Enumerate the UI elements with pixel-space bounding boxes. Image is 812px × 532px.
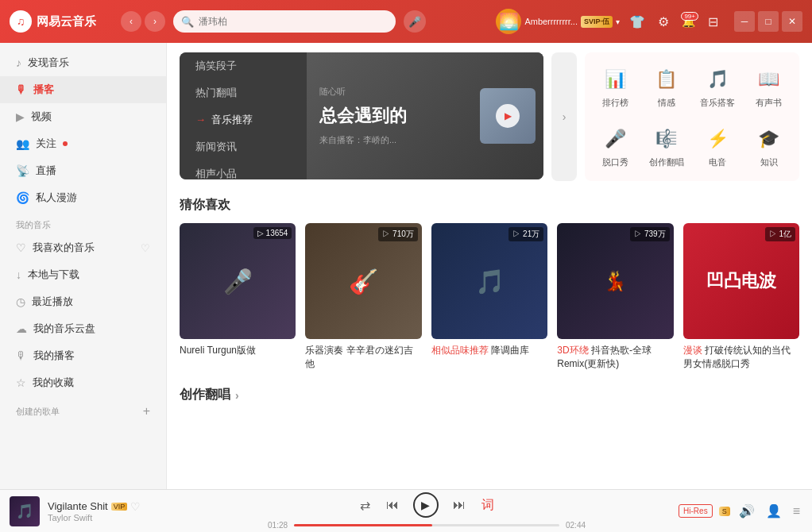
settings-icon[interactable]: ⚙ — [655, 11, 672, 33]
sidebar-item-mypodcasts[interactable]: 🎙 我的播客 — [0, 342, 166, 369]
sidebar-item-private[interactable]: 🌀 私人漫游 — [0, 184, 166, 211]
dropdown-item-jokes[interactable]: 搞笑段子 — [180, 52, 307, 79]
live-icon: 📡 — [16, 164, 29, 177]
progress-fill — [294, 524, 432, 526]
sidebar-item-follow[interactable]: 👥 关注 — [0, 130, 166, 157]
search-input[interactable] — [199, 16, 388, 27]
card-emoji-2: 🎸 — [349, 268, 378, 295]
notification-area[interactable]: 🔔 99+ — [679, 12, 698, 31]
dropdown-item-news[interactable]: 新闻资讯 — [180, 133, 307, 160]
progress-bar[interactable] — [294, 524, 559, 526]
electric-label: 电音 — [709, 156, 726, 168]
play-pause-button[interactable]: ▶ — [413, 492, 439, 518]
banner-next-button[interactable]: › — [551, 52, 577, 181]
avatar: 🌅 — [496, 9, 521, 34]
banner-play-button[interactable]: ▶ — [496, 104, 520, 128]
sidebar-item-live[interactable]: 📡 直播 — [0, 157, 166, 184]
cover-label: 创作翻唱 — [649, 156, 684, 168]
control-buttons: ⇄ ⏮ ▶ ⏭ 词 — [358, 492, 496, 518]
sidebar-label-live: 直播 — [36, 164, 56, 178]
sidebar-item-cloud[interactable]: ☁ 我的音乐云盘 — [0, 315, 166, 342]
created-playlist-area: 创建的歌单 + — [0, 396, 166, 422]
follow-dot — [63, 141, 68, 146]
sidebar-item-discover[interactable]: ♪ 发现音乐 — [0, 49, 166, 76]
knowledge-label: 知识 — [760, 156, 778, 168]
card-count-2: ▷ 710万 — [378, 227, 417, 241]
list-item[interactable]: 🎤 ▷ 13654 Nureli Turgun版做 — [180, 223, 296, 371]
list-item[interactable]: 💃 ▷ 739万 3D环绕 抖音热歌-全球Remix(更新快) — [557, 223, 673, 371]
nav-back-button[interactable]: ‹ — [121, 11, 141, 32]
username: Amberrrrrrrr... — [524, 17, 578, 26]
player-like-button[interactable]: ♡ — [130, 500, 141, 513]
search-bar[interactable]: 🔍 — [173, 10, 396, 33]
time-total: 02:44 — [566, 521, 586, 530]
sidebar-item-videos[interactable]: ▶ 视频 — [0, 103, 166, 130]
card-title-3: 相似品味推荐 降调曲库 — [431, 344, 547, 357]
queue-icon[interactable]: ≡ — [791, 502, 802, 521]
prev-button[interactable]: ⏮ — [385, 496, 400, 514]
lyric-button[interactable]: 词 — [480, 495, 496, 515]
minimize-icon[interactable]: ⊟ — [705, 11, 721, 33]
card-thumb-5: 凹凸电波 ▷ 1亿 — [683, 223, 799, 339]
dropdown-item-crosstalk[interactable]: 相声小品 — [180, 160, 307, 179]
time-current: 01:28 — [268, 521, 288, 530]
next-button[interactable]: ⏭ — [451, 496, 467, 514]
download-icon: ↓ — [16, 268, 21, 281]
dropdown-item-music[interactable]: →音乐推荐 — [180, 106, 307, 133]
maximize-button[interactable]: □ — [758, 11, 779, 32]
quick-icons-grid: 📊 排行榜 📋 情感 🎵 音乐搭客 📖 有声书 🎤 脱口秀 — [585, 52, 799, 181]
sidebar-item-liked[interactable]: ♡ 我喜欢的音乐 ♡ — [0, 234, 166, 261]
close-button[interactable]: ✕ — [782, 11, 802, 32]
sidebar-item-local[interactable]: ↓ 本地与下载 — [0, 261, 166, 288]
add-playlist-button[interactable]: + — [143, 404, 150, 418]
cover-icon: 🎼 — [652, 125, 681, 153]
card-thumb-3: 🎵 ▷ 21万 — [431, 223, 547, 339]
quick-icon-electric[interactable]: ⚡ 电音 — [695, 120, 740, 173]
volume-icon[interactable]: 🔊 — [737, 501, 757, 521]
user-avatar-area[interactable]: 🌅 Amberrrrrrrr... SVIP·伍 ▾ — [496, 9, 620, 34]
list-item[interactable]: 🎵 ▷ 21万 相似品味推荐 降调曲库 — [431, 223, 547, 371]
card-title-4: 3D环绕 抖音热歌-全球Remix(更新快) — [557, 344, 673, 371]
sidebar-label-mypodcasts: 我的播客 — [33, 349, 75, 363]
knowledge-icon: 🎓 — [755, 125, 783, 153]
vip-badge: SVIP·伍 — [581, 16, 613, 28]
mic-button[interactable]: 🎤 — [404, 10, 426, 33]
sidebar-item-podcasts[interactable]: 🎙 播客 — [0, 76, 166, 103]
card-text-5: 凹凸电波 — [706, 269, 776, 293]
sidebar-item-recent[interactable]: ◷ 最近播放 — [0, 288, 166, 315]
quick-icon-chart[interactable]: 📊 排行榜 — [593, 60, 638, 114]
main-content: 搞笑段子 热门翻唱 →音乐推荐 新闻资讯 相声小品 随心听 总会遇到的 来自播客… — [167, 43, 812, 489]
card-emoji-4: 💃 — [603, 270, 627, 292]
shirt-icon[interactable]: 👕 — [626, 11, 648, 33]
quick-icon-recommend[interactable]: 🎵 音乐搭客 — [695, 60, 740, 114]
quick-icon-cover[interactable]: 🎼 创作翻唱 — [644, 120, 690, 173]
card-count-1: ▷ 13654 — [253, 227, 292, 239]
talk-icon: 🎤 — [601, 125, 629, 153]
emotion-label: 情感 — [658, 97, 675, 109]
user-icon[interactable]: 👤 — [764, 501, 784, 521]
dropdown-item-covers[interactable]: 热门翻唱 — [180, 79, 307, 106]
banner-card: 搞笑段子 热门翻唱 →音乐推荐 新闻资讯 相声小品 随心听 总会遇到的 来自播客… — [180, 52, 543, 179]
quick-icon-emotion[interactable]: 📋 情感 — [644, 60, 690, 114]
quick-icon-talk[interactable]: 🎤 脱口秀 — [593, 120, 638, 173]
creative-section-title[interactable]: 创作翻唱 › — [180, 387, 799, 403]
list-item[interactable]: 凹凸电波 ▷ 1亿 漫谈 打破传统认知的当代男女情感脱口秀 — [683, 223, 799, 371]
banner-thumb[interactable]: ▶ — [480, 88, 536, 144]
recommend-section-title: 猜你喜欢 — [180, 197, 799, 214]
podcasts-icon: 🎙 — [16, 83, 27, 96]
chevron-down-icon: ▾ — [616, 17, 620, 26]
like-add-icon[interactable]: ♡ — [141, 242, 150, 254]
sidebar-item-collection[interactable]: ☆ 我的收藏 — [0, 369, 166, 396]
nav-forward-button[interactable]: › — [145, 11, 165, 32]
shuffle-button[interactable]: ⇄ — [358, 496, 372, 515]
list-item[interactable]: 🎸 ▷ 710万 乐器演奏 辛辛君の迷幻吉他 — [305, 223, 421, 371]
logo-icon: ♫ — [10, 10, 32, 33]
sidebar-label-recent: 最近播放 — [32, 295, 73, 309]
player-info: Vigilante Shit VIP ♡ Taylor Swift — [48, 500, 175, 522]
quick-icon-knowledge[interactable]: 🎓 知识 — [747, 120, 792, 173]
player-bar: 🎵 Vigilante Shit VIP ♡ Taylor Swift ⇄ ⏮ … — [0, 489, 812, 532]
minimize-button[interactable]: ─ — [734, 11, 755, 32]
svip-button[interactable]: S — [719, 507, 730, 516]
quick-icon-audiobook[interactable]: 📖 有声书 — [747, 60, 792, 114]
sidebar-label-private: 私人漫游 — [36, 191, 77, 205]
